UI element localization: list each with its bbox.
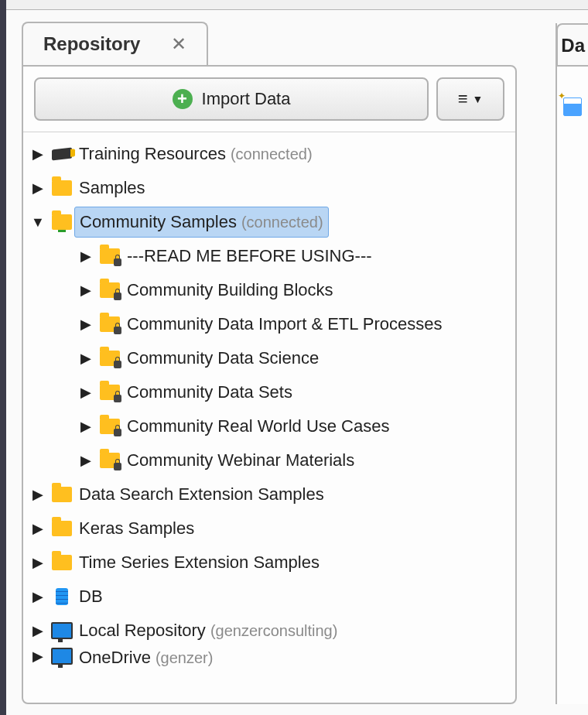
- tree-item[interactable]: ▶Community Webinar Materials: [26, 443, 515, 477]
- calendar-new-icon[interactable]: [563, 98, 582, 116]
- tree-item[interactable]: ▶---READ ME BEFORE USING---: [26, 239, 515, 273]
- tree-item-suffix: (genzerconsulting): [210, 622, 338, 639]
- right-tab[interactable]: Da: [556, 23, 588, 67]
- tree-item[interactable]: ▶Time Series Extension Samples: [26, 546, 515, 580]
- top-edge: [6, 0, 588, 10]
- tree-item-label: Community Data Import & ETL Processes: [127, 314, 443, 334]
- tree-item[interactable]: ▼Community Samples(connected): [26, 205, 515, 239]
- tree-item-suffix: (genzer): [156, 649, 213, 666]
- tree-item-label: Community Real World Use Cases: [127, 416, 389, 436]
- folder-icon: [51, 520, 73, 537]
- tree-item-label: Data Search Extension Samples: [79, 484, 324, 504]
- collapse-icon[interactable]: ▼: [31, 214, 45, 231]
- tree-item-label: Samples: [79, 178, 145, 197]
- expand-icon[interactable]: ▶: [79, 316, 93, 333]
- import-data-label: Import Data: [202, 89, 291, 109]
- tree-item[interactable]: ▶Community Building Blocks: [26, 273, 515, 307]
- right-panel-clip: Da: [556, 23, 588, 704]
- folder-locked-icon: [99, 248, 121, 265]
- expand-icon[interactable]: ▶: [31, 622, 45, 639]
- panel-title: Repository: [43, 33, 140, 55]
- tree-item[interactable]: ▶OneDrive(genzer): [26, 648, 515, 671]
- tree-item[interactable]: ▶Local Repository(genzerconsulting): [26, 614, 515, 648]
- folder-locked-icon: [99, 384, 121, 401]
- tree-item[interactable]: ▶Data Search Extension Samples: [26, 477, 515, 511]
- tree-item-label: ---READ ME BEFORE USING---: [127, 246, 372, 265]
- tree-item[interactable]: ▶Keras Samples: [26, 511, 515, 546]
- tree-item[interactable]: ▶DB: [26, 580, 515, 614]
- tree-item-suffix: (connected): [231, 145, 313, 162]
- folder-locked-icon: [99, 316, 121, 333]
- tree-item-label: OneDrive: [79, 648, 151, 667]
- tree-item-label: Time Series Extension Samples: [79, 552, 320, 572]
- expand-icon[interactable]: ▶: [31, 180, 45, 197]
- folder-icon: [51, 554, 73, 571]
- left-gutter: [0, 0, 6, 715]
- tree-item-label: Community Data Science: [127, 348, 319, 368]
- tree-item[interactable]: ▶Community Data Import & ETL Processes: [26, 307, 515, 341]
- close-icon[interactable]: ✕: [171, 33, 186, 55]
- tree-item-label: Community Webinar Materials: [127, 450, 354, 470]
- folder-icon: [51, 180, 73, 197]
- expand-icon[interactable]: ▶: [31, 145, 45, 162]
- expand-icon[interactable]: ▶: [79, 248, 93, 265]
- plus-icon: +: [173, 89, 193, 109]
- expand-icon[interactable]: ▶: [31, 648, 45, 665]
- tree-item-suffix: (connected): [241, 214, 323, 231]
- folder-network-icon: [51, 214, 73, 231]
- graduation-hat-icon: [51, 145, 73, 162]
- tree-item[interactable]: ▶Samples: [26, 171, 515, 205]
- tree-item[interactable]: ▶Training Resources(connected): [26, 137, 515, 171]
- repository-tab[interactable]: Repository ✕: [22, 22, 208, 65]
- expand-icon[interactable]: ▶: [79, 282, 93, 299]
- expand-icon[interactable]: ▶: [31, 588, 45, 605]
- repository-tree[interactable]: ▶Training Resources(connected)▶Samples▼C…: [23, 132, 515, 671]
- tree-item[interactable]: ▶Community Real World Use Cases: [26, 409, 515, 443]
- repository-panel: Repository ✕ + Import Data ≡ ▼ ▶Training…: [22, 23, 517, 704]
- hamburger-icon: ≡: [458, 89, 468, 109]
- expand-icon[interactable]: ▶: [79, 418, 93, 435]
- database-icon: [51, 588, 73, 605]
- folder-locked-icon: [99, 418, 121, 435]
- right-tab-title: Da: [561, 35, 585, 56]
- monitor-icon: [51, 648, 73, 665]
- expand-icon[interactable]: ▶: [79, 384, 93, 401]
- expand-icon[interactable]: ▶: [31, 520, 45, 537]
- tree-item[interactable]: ▶Community Data Sets: [26, 375, 515, 409]
- panel-menu-button[interactable]: ≡ ▼: [436, 77, 504, 121]
- expand-icon[interactable]: ▶: [31, 554, 45, 571]
- tree-item[interactable]: ▶Community Data Science: [26, 341, 515, 375]
- expand-icon[interactable]: ▶: [79, 452, 93, 469]
- tree-item-label: Training Resources: [79, 144, 226, 163]
- tree-item-label: DB: [79, 587, 103, 606]
- monitor-icon: [51, 622, 73, 639]
- folder-locked-icon: [99, 282, 121, 299]
- tree-item-label: Community Building Blocks: [127, 280, 333, 299]
- expand-icon[interactable]: ▶: [79, 350, 93, 367]
- folder-locked-icon: [99, 350, 121, 367]
- import-data-button[interactable]: + Import Data: [34, 77, 429, 121]
- tree-item-label: Community Samples: [80, 212, 237, 232]
- folder-locked-icon: [99, 452, 121, 469]
- tree-item-label: Keras Samples: [79, 518, 194, 538]
- tree-item-label: Community Data Sets: [127, 382, 292, 402]
- expand-icon[interactable]: ▶: [31, 486, 45, 503]
- folder-icon: [51, 486, 73, 503]
- caret-down-icon: ▼: [472, 93, 483, 105]
- tree-item-label: Local Repository: [79, 621, 206, 640]
